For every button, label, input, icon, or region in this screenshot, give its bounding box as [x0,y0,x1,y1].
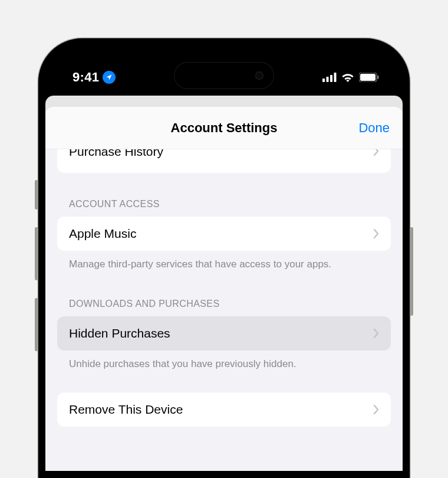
power-button [410,227,413,316]
side-buttons-right [410,227,413,316]
purchase-history-row[interactable]: Purchase History [57,149,391,173]
hidden-purchases-label: Hidden Purchases [69,326,170,341]
content-scroll[interactable]: Purchase History ACCOUNT ACCESS Apple Mu… [45,149,403,427]
camera-icon [255,71,263,80]
status-time: 9:41 [73,70,99,85]
chevron-right-icon [373,328,379,339]
volume-down-button [35,298,38,351]
remove-device-label: Remove This Device [69,402,183,417]
battery-icon [359,73,379,82]
dynamic-island [174,62,274,89]
cellular-icon [322,73,337,82]
account-settings-sheet: Account Settings Done Purchase History A… [45,107,403,471]
downloads-footer: Unhide purchases that you have previousl… [57,358,391,371]
account-access-footer: Manage third-party services that have ac… [57,258,391,271]
svg-rect-0 [322,78,325,82]
section-header-account-access: ACCOUNT ACCESS [57,199,391,209]
status-left: 9:41 [73,70,116,85]
status-right [322,73,379,82]
section-header-downloads: DOWNLOADS AND PURCHASES [57,299,391,309]
chevron-right-icon [373,149,379,156]
location-icon [103,71,116,84]
side-buttons-left [35,180,38,369]
chevron-right-icon [373,228,379,239]
purchase-history-label: Purchase History [69,149,163,159]
svg-rect-5 [360,74,375,81]
sheet-header: Account Settings Done [45,107,403,149]
volume-up-button [35,227,38,280]
phone-frame: 9:41 [38,38,410,478]
chevron-right-icon [373,404,379,415]
mute-switch [35,180,38,209]
done-button[interactable]: Done [358,120,390,136]
remove-device-group: Remove This Device [57,392,391,427]
page-title: Account Settings [171,120,278,136]
downloads-group: Hidden Purchases [57,316,391,351]
apple-music-label: Apple Music [69,227,136,241]
account-access-group: Apple Music [57,217,391,251]
svg-rect-1 [327,77,329,82]
wifi-icon [341,73,354,82]
screen: 9:41 [45,45,403,471]
remove-device-row[interactable]: Remove This Device [57,392,391,427]
apple-music-row[interactable]: Apple Music [57,217,391,251]
svg-rect-2 [330,75,332,82]
svg-rect-3 [334,73,337,82]
hidden-purchases-row[interactable]: Hidden Purchases [57,316,391,351]
svg-rect-6 [377,76,379,79]
